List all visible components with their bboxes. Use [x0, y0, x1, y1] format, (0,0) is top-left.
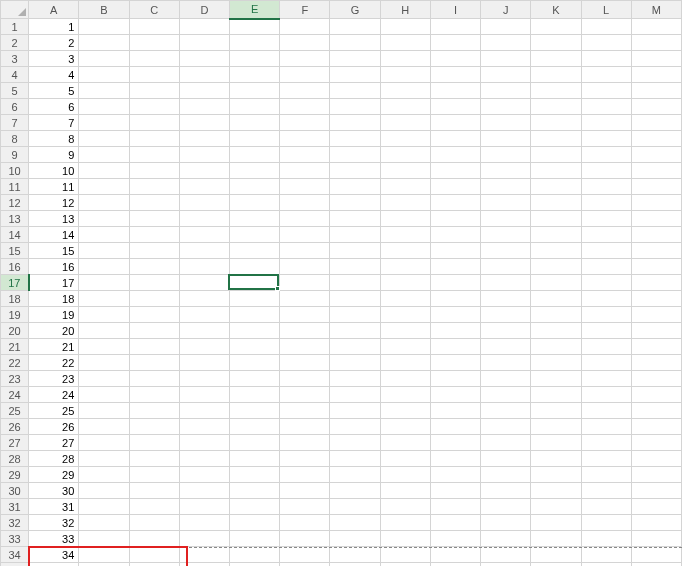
cell-K29[interactable] [531, 467, 581, 483]
cell-H12[interactable] [380, 195, 430, 211]
cell-I8[interactable] [430, 131, 480, 147]
cell-J1[interactable] [481, 19, 531, 35]
cell-C27[interactable] [129, 435, 179, 451]
cell-E1[interactable] [229, 19, 279, 35]
cell-J9[interactable] [481, 147, 531, 163]
cell-H25[interactable] [380, 403, 430, 419]
cell-H23[interactable] [380, 371, 430, 387]
cell-G28[interactable] [330, 451, 380, 467]
cell-M11[interactable] [631, 179, 681, 195]
cell-B17[interactable] [79, 275, 129, 291]
cell-K24[interactable] [531, 387, 581, 403]
cell-D22[interactable] [179, 355, 229, 371]
cell-J35[interactable] [481, 563, 531, 567]
cell-J24[interactable] [481, 387, 531, 403]
cell-K23[interactable] [531, 371, 581, 387]
row-header-19[interactable]: 19 [1, 307, 29, 323]
cell-B24[interactable] [79, 387, 129, 403]
cell-D5[interactable] [179, 83, 229, 99]
cell-M2[interactable] [631, 35, 681, 51]
cell-J22[interactable] [481, 355, 531, 371]
cell-K14[interactable] [531, 227, 581, 243]
cell-H10[interactable] [380, 163, 430, 179]
cell-M22[interactable] [631, 355, 681, 371]
cell-K19[interactable] [531, 307, 581, 323]
cell-D28[interactable] [179, 451, 229, 467]
cell-M5[interactable] [631, 83, 681, 99]
cell-H30[interactable] [380, 483, 430, 499]
cell-I13[interactable] [430, 211, 480, 227]
cell-K13[interactable] [531, 211, 581, 227]
cell-D20[interactable] [179, 323, 229, 339]
cell-C19[interactable] [129, 307, 179, 323]
cell-B3[interactable] [79, 51, 129, 67]
cell-F24[interactable] [280, 387, 330, 403]
cell-K9[interactable] [531, 147, 581, 163]
cell-C22[interactable] [129, 355, 179, 371]
spreadsheet-grid[interactable]: A B C D E F G H I J K L M 11223344556677… [0, 0, 682, 566]
cell-K27[interactable] [531, 435, 581, 451]
cell-A12[interactable]: 12 [29, 195, 79, 211]
cell-D24[interactable] [179, 387, 229, 403]
cell-G2[interactable] [330, 35, 380, 51]
cell-I25[interactable] [430, 403, 480, 419]
cell-I3[interactable] [430, 51, 480, 67]
cell-J26[interactable] [481, 419, 531, 435]
cell-B27[interactable] [79, 435, 129, 451]
cell-L14[interactable] [581, 227, 631, 243]
cell-F12[interactable] [280, 195, 330, 211]
cell-L21[interactable] [581, 339, 631, 355]
cell-E30[interactable] [229, 483, 279, 499]
cell-H16[interactable] [380, 259, 430, 275]
cell-G31[interactable] [330, 499, 380, 515]
cell-I22[interactable] [430, 355, 480, 371]
cell-B26[interactable] [79, 419, 129, 435]
cell-J18[interactable] [481, 291, 531, 307]
cell-M8[interactable] [631, 131, 681, 147]
cell-I7[interactable] [430, 115, 480, 131]
col-header-E[interactable]: E [229, 1, 279, 19]
cell-J11[interactable] [481, 179, 531, 195]
cell-E25[interactable] [229, 403, 279, 419]
cell-F21[interactable] [280, 339, 330, 355]
cell-K18[interactable] [531, 291, 581, 307]
cell-A3[interactable]: 3 [29, 51, 79, 67]
cell-C25[interactable] [129, 403, 179, 419]
cell-B30[interactable] [79, 483, 129, 499]
cell-L35[interactable] [581, 563, 631, 567]
cell-J7[interactable] [481, 115, 531, 131]
cell-A9[interactable]: 9 [29, 147, 79, 163]
cell-H13[interactable] [380, 211, 430, 227]
cell-C6[interactable] [129, 99, 179, 115]
row-header-16[interactable]: 16 [1, 259, 29, 275]
cell-L2[interactable] [581, 35, 631, 51]
cell-L27[interactable] [581, 435, 631, 451]
cell-M21[interactable] [631, 339, 681, 355]
cell-C8[interactable] [129, 131, 179, 147]
cell-E4[interactable] [229, 67, 279, 83]
cell-B28[interactable] [79, 451, 129, 467]
cell-G20[interactable] [330, 323, 380, 339]
cell-F14[interactable] [280, 227, 330, 243]
row-header-10[interactable]: 10 [1, 163, 29, 179]
cell-I6[interactable] [430, 99, 480, 115]
cell-I31[interactable] [430, 499, 480, 515]
cell-I12[interactable] [430, 195, 480, 211]
cell-I28[interactable] [430, 451, 480, 467]
cell-F9[interactable] [280, 147, 330, 163]
cell-L10[interactable] [581, 163, 631, 179]
cell-H19[interactable] [380, 307, 430, 323]
cell-G25[interactable] [330, 403, 380, 419]
cell-C2[interactable] [129, 35, 179, 51]
cell-J6[interactable] [481, 99, 531, 115]
cell-C35[interactable] [129, 563, 179, 567]
cell-I4[interactable] [430, 67, 480, 83]
cell-H8[interactable] [380, 131, 430, 147]
cell-B25[interactable] [79, 403, 129, 419]
cell-F15[interactable] [280, 243, 330, 259]
cell-B6[interactable] [79, 99, 129, 115]
cell-L30[interactable] [581, 483, 631, 499]
cell-A7[interactable]: 7 [29, 115, 79, 131]
cell-D25[interactable] [179, 403, 229, 419]
cell-D1[interactable] [179, 19, 229, 35]
